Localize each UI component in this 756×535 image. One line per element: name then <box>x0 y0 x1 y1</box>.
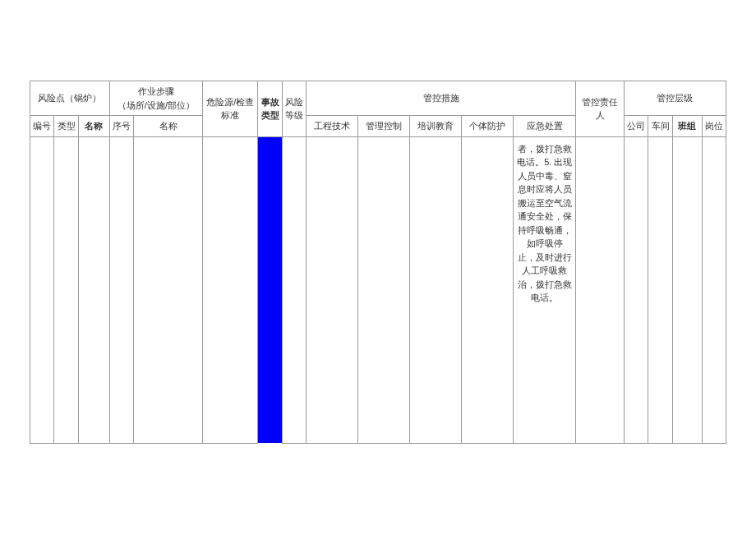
risk-table: 风险点（锅炉） 作业步骤 （场所/设施/部位） 危险源/检查标准 事故类型 风险… <box>30 81 726 444</box>
hdr-m1: 工程技术 <box>307 116 358 137</box>
hdr-measures: 管控措施 <box>307 81 576 116</box>
cell-m1 <box>307 136 358 443</box>
cell-type <box>54 136 78 443</box>
cell-seq <box>109 136 133 443</box>
cell-responsible <box>576 136 625 443</box>
cell-l4 <box>702 136 726 443</box>
cell-l1 <box>624 136 648 443</box>
hdr-control-level: 管控层级 <box>624 81 726 116</box>
cell-hazard <box>203 136 258 443</box>
cell-m4 <box>462 136 514 443</box>
cell-m3 <box>410 136 462 443</box>
hdr-name: 名称 <box>78 116 109 137</box>
document-page: 风险点（锅炉） 作业步骤 （场所/设施/部位） 危险源/检查标准 事故类型 风险… <box>0 0 756 535</box>
hdr-type: 类型 <box>54 116 78 137</box>
hdr-m2: 管理控制 <box>358 116 410 137</box>
hdr-no: 编号 <box>30 116 54 137</box>
cell-l3 <box>672 136 702 443</box>
table-body: 者，拨打急救电话。5. 出现人员中毒、窒息时应将人员搬运至空气流通安全处，保持呼… <box>30 136 726 443</box>
table-row: 者，拨打急救电话。5. 出现人员中毒、窒息时应将人员搬运至空气流通安全处，保持呼… <box>30 136 726 443</box>
cell-step-name <box>134 136 203 443</box>
cell-l2 <box>648 136 672 443</box>
hdr-l3: 班组 <box>672 116 702 137</box>
hdr-seq: 序号 <box>109 116 133 137</box>
cell-m2 <box>358 136 410 443</box>
hdr-l4: 岗位 <box>702 116 726 137</box>
hdr-hazard: 危险源/检查标准 <box>203 81 258 137</box>
hdr-l2: 车间 <box>648 116 672 137</box>
hdr-l1: 公司 <box>624 116 648 137</box>
cell-risk-level <box>282 136 306 443</box>
hdr-step-name: 名称 <box>134 116 203 137</box>
cell-accident-type <box>258 136 282 443</box>
hdr-risk-level: 风险等级 <box>282 81 306 137</box>
table-header: 风险点（锅炉） 作业步骤 （场所/设施/部位） 危险源/检查标准 事故类型 风险… <box>30 81 726 137</box>
cell-name <box>78 136 109 443</box>
hdr-responsible: 管控责任人 <box>576 81 625 137</box>
cell-m5: 者，拨打急救电话。5. 出现人员中毒、窒息时应将人员搬运至空气流通安全处，保持呼… <box>514 136 576 443</box>
hdr-work-step: 作业步骤 （场所/设施/部位） <box>109 81 202 116</box>
hdr-accident-type: 事故类型 <box>258 81 282 137</box>
hdr-m5: 应急处置 <box>514 116 576 137</box>
hdr-m3: 培训教育 <box>410 116 462 137</box>
cell-no <box>30 136 54 443</box>
hdr-risk-point: 风险点（锅炉） <box>30 81 110 116</box>
hdr-m4: 个体防护 <box>462 116 514 137</box>
